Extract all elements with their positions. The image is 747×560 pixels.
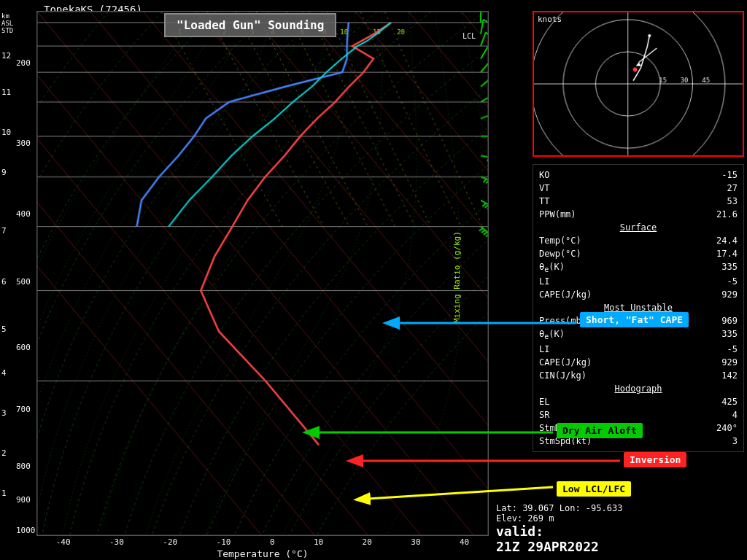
lat-label: Lat:	[496, 503, 522, 513]
x-tick--30: -30	[109, 537, 124, 547]
x-tick--20: -20	[163, 537, 177, 547]
sr-label: SR	[539, 408, 549, 421]
dry-air-annotation: Dry Air Aloft	[557, 423, 643, 438]
hpa-400: 400	[16, 209, 31, 219]
ko-value: -15	[721, 168, 738, 182]
stm-spd-value: 3	[732, 435, 738, 448]
loaded-gun-label: "Loaded Gun" Sounding	[164, 13, 336, 37]
eu-row: EL 425	[539, 395, 738, 408]
hpa-600: 600	[16, 343, 31, 352]
hpa-300: 300	[16, 139, 31, 148]
x-tick--10: -10	[217, 537, 231, 547]
li-mu-label: LI	[539, 343, 549, 356]
hpa-500: 500	[16, 277, 31, 287]
stats-panel: KO -15 VT 27 TT 53 PPW(mm) 21.6 Surface …	[533, 164, 744, 452]
tt-row: TT 53	[539, 195, 738, 208]
stm-dir-value: 240°	[716, 421, 738, 435]
ppw-row: PPW(mm) 21.6	[539, 208, 738, 221]
km-6: 6	[1, 277, 7, 287]
hpa-1000: 1000	[16, 526, 36, 535]
elev-value: 269 m	[527, 513, 554, 524]
cape-sfc-row: CAPE(J/kg) 929	[539, 288, 738, 301]
dewp-value: 17.4	[716, 247, 738, 260]
theta-e-mu-value: 335	[721, 327, 738, 342]
hpa-200: 200	[16, 58, 31, 68]
ko-row: KO -15	[539, 168, 738, 182]
km-11: 11	[1, 88, 11, 97]
cin-mu-value: 142	[721, 369, 738, 382]
theta-e-label: θe(K)	[539, 260, 565, 275]
eu-label: EL	[539, 395, 549, 408]
temperature-axis-label: Temperature (°C)	[36, 548, 489, 559]
km-1: 1	[1, 489, 7, 498]
x-tick-20: 20	[363, 537, 372, 547]
dewp-label: Dewp(°C)	[539, 247, 581, 260]
knots-label: knots	[538, 15, 562, 24]
sr-value: 4	[732, 408, 738, 421]
vt-label: VT	[539, 182, 549, 195]
li-mu-value: -5	[727, 343, 738, 356]
lat-lon-row: Lat: 39.067 Lon: -95.633	[496, 503, 744, 513]
inversion-annotation: Inversion	[624, 452, 686, 467]
surface-title: Surface	[539, 221, 738, 234]
cape-mu-label: CAPE(J/kg)	[539, 356, 592, 369]
ppw-value: 21.6	[716, 208, 738, 221]
x-tick-40: 40	[460, 537, 469, 547]
main-container: TopekaKS (72456) "Loaded Gun" Sounding k…	[0, 0, 747, 560]
hpa-800: 800	[16, 462, 31, 471]
eu-value: 425	[721, 395, 738, 408]
skewt-diagram	[36, 11, 489, 536]
skewt-canvas	[37, 12, 488, 535]
km-3: 3	[1, 408, 7, 418]
km-9: 9	[1, 168, 7, 177]
bottom-info: Lat: 39.067 Lon: -95.633 Elev: 269 m val…	[496, 503, 744, 554]
cin-mu-label: CIN(J/kg)	[539, 369, 587, 382]
x-tick-10: 10	[314, 537, 323, 547]
temp-label: Temp(°C)	[539, 234, 581, 247]
lat-value: 39.067	[522, 503, 554, 513]
li-value: -5	[727, 275, 738, 288]
valid-label: valid:	[496, 524, 543, 539]
hpa-900: 900	[16, 495, 31, 505]
cin-mu-row: CIN(J/kg) 142	[539, 369, 738, 382]
elev-label: Elev:	[496, 513, 527, 524]
sr-row: SR 4	[539, 408, 738, 421]
dewp-row: Dewp(°C) 17.4	[539, 247, 738, 260]
valid-value: 21Z 29APR2022	[496, 539, 599, 554]
theta-e-mu-label: θe(K)	[539, 327, 565, 342]
elev-row: Elev: 269 m	[496, 513, 744, 524]
vt-value: 27	[727, 182, 738, 195]
km-7: 7	[1, 226, 7, 236]
mixing-ratio-label: Mixing Ratio (g/kg)	[452, 204, 462, 350]
theta-e-mu-row: θe(K) 335	[539, 327, 738, 342]
x-axis-label: -40 -30 -20 -10 0 10 20 30 40 Temperatur…	[36, 537, 489, 559]
lon-label: Lon:	[560, 503, 586, 513]
ppw-label: PPW(mm)	[539, 208, 576, 221]
tt-label: TT	[539, 195, 549, 208]
lon-value: -95.633	[586, 503, 623, 513]
li-mu-row: LI -5	[539, 343, 738, 356]
valid-row: valid: 21Z 29APR2022	[496, 524, 744, 554]
temp-row: Temp(°C) 24.4	[539, 234, 738, 247]
cape-mu-value: 929	[721, 356, 738, 369]
theta-e-value: 335	[721, 260, 738, 275]
x-tick-0: 0	[270, 537, 275, 547]
km-5: 5	[1, 324, 7, 334]
cape-mu-row: CAPE(J/kg) 929	[539, 356, 738, 369]
temp-value: 24.4	[716, 234, 738, 247]
x-tick-30: 30	[411, 537, 420, 547]
cape-sfc-label: CAPE(J/kg)	[539, 288, 592, 301]
ko-label: KO	[539, 168, 549, 182]
theta-e-row: θe(K) 335	[539, 260, 738, 275]
cape-sfc-value: 929	[721, 288, 738, 301]
lcl-annotation: Low LCL/LFC	[557, 481, 631, 497]
press-value: 969	[721, 314, 738, 327]
x-tick--40: -40	[56, 537, 71, 547]
li-label: LI	[539, 275, 549, 288]
li-row: LI -5	[539, 275, 738, 288]
hodograph-title: Hodograph	[539, 382, 738, 395]
y-axis-km-label: kmASLSTD	[1, 12, 13, 34]
km-10: 10	[1, 128, 11, 137]
vt-row: VT 27	[539, 182, 738, 195]
y-axis: kmASLSTD 12 11 10 9 7 6 5 4 3 2 1 200 30…	[0, 11, 36, 536]
